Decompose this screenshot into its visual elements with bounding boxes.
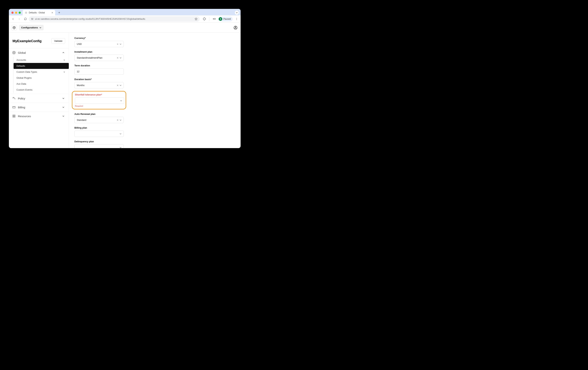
chevron-down-icon — [63, 59, 65, 61]
maximize-window-icon[interactable] — [19, 11, 21, 14]
address-bar[interactable]: ui-ec-sandbox.socotra.com/en/enterprise-… — [29, 16, 200, 22]
autorenewal-value: Standard — [77, 119, 116, 121]
policy-label: Policy — [18, 97, 60, 100]
sidebar-item-global-plugins[interactable]: Global Plugins — [14, 75, 69, 81]
svg-point-7 — [235, 27, 236, 28]
billing-label: Billing — [18, 106, 60, 109]
field-term-duration: Term duration — [74, 64, 235, 75]
field-shortfall-highlight: Shortfall tolerance plan* Required — [72, 91, 126, 110]
new-tab-button[interactable]: + — [57, 10, 62, 15]
billing-plan-label: Billing plan — [74, 126, 235, 129]
svg-point-2 — [33, 19, 33, 19]
billing-plan-select[interactable] — [74, 130, 124, 137]
window-controls — [11, 11, 23, 14]
resources-icon — [12, 114, 16, 118]
field-installment-plan: Installment plan StandardInstallmentPlan… — [74, 50, 235, 61]
field-billing-plan: Billing plan — [74, 126, 235, 137]
currency-select[interactable]: USD × — [74, 41, 124, 47]
tab-close-icon[interactable]: × — [52, 11, 53, 14]
clear-icon[interactable]: × — [116, 119, 119, 121]
app-logo-icon[interactable] — [11, 25, 17, 30]
app-header: Configurations — [9, 23, 241, 33]
installment-select[interactable]: StandardInstallmentPlan × — [74, 55, 124, 61]
validate-button[interactable]: Validate — [52, 38, 65, 44]
reload-button[interactable] — [23, 16, 28, 22]
autorenewal-label: Auto Renewal plan — [74, 113, 235, 115]
sidebar-item-label: Custom Events — [16, 89, 32, 91]
browser-tab[interactable]: Defaults · Global × — [23, 10, 55, 15]
sidebar-head-policy[interactable]: Policy — [9, 94, 69, 103]
global-subnav: Accounts Defaults Custom Data Types Glob… — [9, 57, 69, 94]
sidebar-item-custom-data-types[interactable]: Custom Data Types — [14, 69, 69, 75]
back-button[interactable] — [10, 16, 16, 22]
chevron-down-icon — [62, 115, 64, 117]
configurations-dropdown[interactable]: Configurations — [19, 25, 44, 30]
sidebar-item-accounts[interactable]: Accounts — [14, 57, 69, 63]
sidebar-item-label: Custom Data Types — [16, 70, 37, 73]
sidebar-item-defaults[interactable]: Defaults — [14, 63, 69, 69]
shortfall-label: Shortfall tolerance plan* — [75, 93, 123, 96]
profile-chip[interactable]: S Paused — [218, 17, 233, 21]
extensions-icon[interactable] — [202, 16, 207, 21]
media-control-icon[interactable] — [211, 16, 217, 21]
main-content: Currency* USD × Installment plan Standar… — [69, 33, 241, 148]
svg-point-5 — [236, 20, 237, 20]
clear-icon[interactable]: × — [116, 43, 119, 46]
shortfall-select[interactable] — [75, 98, 124, 104]
app-body: MyExampleConfig Validate Global — [9, 33, 241, 148]
divider — [209, 17, 209, 21]
kebab-menu-icon[interactable] — [234, 16, 239, 21]
duration-select[interactable]: Months × — [74, 82, 124, 89]
address-row: ui-ec-sandbox.socotra.com/en/enterprise-… — [9, 15, 241, 23]
site-settings-icon[interactable] — [31, 18, 33, 20]
delinquency-select[interactable] — [74, 144, 124, 148]
svg-rect-11 — [13, 115, 14, 116]
sidebar-item-label: Aux Data — [16, 82, 26, 85]
clear-icon[interactable]: × — [116, 56, 119, 59]
tabs-dropdown-icon[interactable] — [235, 11, 239, 15]
chevron-down-icon — [62, 97, 64, 100]
sidebar-head-resources[interactable]: Resources — [9, 112, 69, 120]
forward-button[interactable] — [16, 16, 22, 22]
term-input[interactable] — [77, 70, 122, 73]
sidebar-item-label: Global Plugins — [16, 77, 32, 79]
user-profile-icon[interactable] — [233, 25, 238, 30]
minimize-window-icon[interactable] — [15, 11, 17, 14]
currency-label: Currency* — [74, 37, 235, 40]
svg-rect-14 — [14, 116, 15, 117]
toolbar-right: S Paused — [200, 16, 239, 21]
term-input-wrapper — [74, 68, 124, 75]
field-delinquency-plan: Delinquency plan — [74, 140, 235, 148]
sidebar-header: MyExampleConfig Validate — [9, 33, 69, 48]
profile-avatar: S — [219, 17, 222, 21]
term-label: Term duration — [74, 64, 235, 67]
global-label: Global — [18, 51, 60, 54]
clear-icon[interactable]: × — [116, 84, 119, 87]
currency-value: USD — [77, 43, 116, 45]
tab-title: Defaults · Global — [29, 11, 45, 14]
browser-chrome: Defaults · Global × + ui-ec-sandb — [9, 9, 241, 23]
sidebar-item-aux-data[interactable]: Aux Data — [14, 81, 69, 87]
svg-point-0 — [31, 18, 32, 19]
sidebar-head-billing[interactable]: Billing — [9, 103, 69, 111]
chevron-down-icon — [120, 100, 123, 102]
sidebar-head-global[interactable]: Global — [9, 48, 69, 57]
duration-label: Duration basis* — [74, 78, 235, 81]
close-window-icon[interactable] — [11, 11, 14, 14]
sidebar-item-label: Accounts — [16, 59, 26, 61]
browser-window: Defaults · Global × + ui-ec-sandb — [9, 9, 241, 148]
field-duration-basis: Duration basis* Months × — [74, 78, 235, 89]
duration-value: Months — [77, 84, 116, 87]
bookmark-icon[interactable] — [195, 18, 198, 20]
url-text: ui-ec-sandbox.socotra.com/en/enterprise-… — [35, 18, 145, 20]
svg-rect-9 — [13, 107, 15, 108]
sidebar-item-custom-events[interactable]: Custom Events — [14, 87, 69, 93]
chevron-down-icon — [62, 106, 64, 108]
chevron-down-icon — [119, 84, 122, 86]
config-title: MyExampleConfig — [12, 39, 42, 43]
autorenewal-select[interactable]: Standard × — [74, 117, 124, 123]
tab-favicon-icon — [25, 11, 27, 14]
field-currency: Currency* USD × — [74, 37, 235, 47]
sidebar-item-label: Defaults — [16, 65, 25, 67]
sidebar-section-policy: Policy — [9, 94, 69, 103]
